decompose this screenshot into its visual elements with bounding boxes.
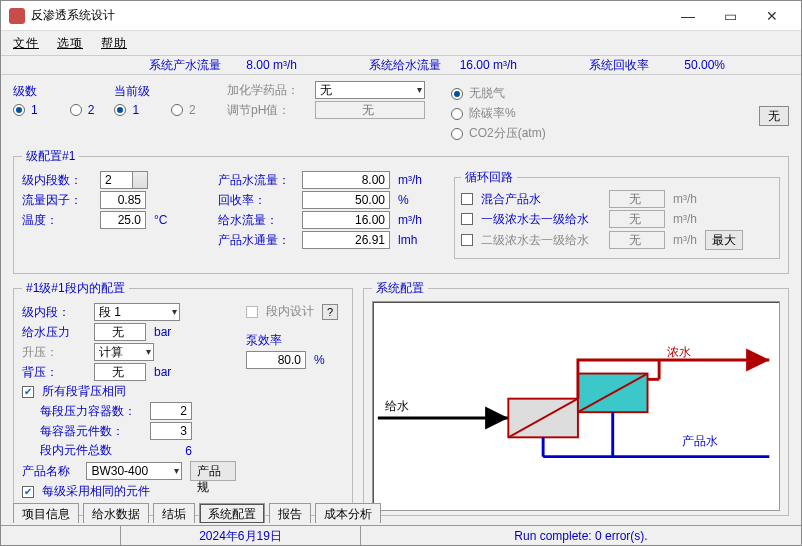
- stages-radio-1[interactable]: [13, 104, 25, 116]
- prod-select[interactable]: BW30-400: [86, 462, 182, 480]
- tab-report[interactable]: 报告: [269, 503, 311, 523]
- temp-label: 温度：: [22, 212, 92, 229]
- c1f-check[interactable]: [461, 213, 473, 225]
- c1f-val: 无: [609, 210, 665, 228]
- system-config-fieldset: 系统配置 给水: [363, 280, 789, 516]
- permflow-label: 产品水流量：: [218, 172, 294, 189]
- boost-label: 升压：: [22, 344, 86, 361]
- inside-design-help[interactable]: ?: [322, 304, 338, 320]
- chem-none-button[interactable]: 无: [759, 106, 789, 126]
- tab-sysconfig[interactable]: 系统配置: [199, 503, 265, 523]
- pump-input[interactable]: 80.0: [246, 351, 306, 369]
- epv-input[interactable]: 3: [150, 422, 192, 440]
- backp-unit: bar: [154, 365, 184, 379]
- status-bar: 2024年6月19日 Run complete: 0 error(s).: [1, 525, 801, 545]
- seg-select[interactable]: 段 1: [94, 303, 180, 321]
- c2f-check[interactable]: [461, 234, 473, 246]
- temp-input[interactable]: 25.0: [100, 211, 146, 229]
- feedflow-unit: m³/h: [398, 213, 428, 227]
- max-button[interactable]: 最大: [705, 230, 743, 250]
- chem-select[interactable]: 无: [315, 81, 425, 99]
- tab-cost[interactable]: 成本分析: [315, 503, 381, 523]
- menubar: 文件 选项 帮助: [1, 31, 801, 55]
- co2p-label: CO2分压(atm): [469, 125, 546, 142]
- c1f-unit: m³/h: [673, 212, 697, 226]
- pv-label: 每段压力容器数：: [22, 403, 142, 420]
- tot-label: 段内元件总数: [22, 442, 142, 459]
- samebp-label: 所有段背压相同: [42, 383, 126, 400]
- radio-co2p[interactable]: [451, 128, 463, 140]
- stat-recovery-label: 系统回收率: [589, 57, 649, 74]
- curr-radio-2[interactable]: [171, 104, 183, 116]
- recovery-input[interactable]: 50.00: [302, 191, 390, 209]
- mix-check[interactable]: [461, 193, 473, 205]
- menu-help[interactable]: 帮助: [101, 35, 127, 52]
- sameel-check[interactable]: ✔: [22, 486, 34, 498]
- backp-input[interactable]: 无: [94, 363, 146, 381]
- tot-val: 6: [150, 444, 192, 458]
- c2f-val: 无: [609, 231, 665, 249]
- minimize-button[interactable]: —: [667, 4, 709, 28]
- radio-co2rm[interactable]: [451, 108, 463, 120]
- co2rm-label: 除碳率%: [469, 105, 516, 122]
- stat-recovery-value: 50.00%: [655, 58, 725, 72]
- menu-options[interactable]: 选项: [57, 35, 83, 52]
- feedflow-label: 给水流量：: [218, 212, 294, 229]
- system-diagram: 给水 浓水: [372, 301, 780, 511]
- samebp-check[interactable]: ✔: [22, 386, 34, 398]
- sameel-label: 每级采用相同的元件: [42, 483, 150, 500]
- status-msg: Run complete: 0 error(s).: [361, 526, 801, 546]
- recycle-fieldset: 循环回路 混合产品水 无 m³/h 一级浓水去一级给水 无 m³/h: [454, 169, 780, 259]
- seg-label: 级内段：: [22, 304, 86, 321]
- radio-nodegas[interactable]: [451, 88, 463, 100]
- inside-design-check[interactable]: [246, 306, 258, 318]
- segment-config-fieldset: #1级#1段内的配置 级内段： 段 1 给水压力 无 bar 升压： 计算 背压…: [13, 280, 353, 516]
- c2f-unit: m³/h: [673, 233, 697, 247]
- feedp-label: 给水压力: [22, 324, 86, 341]
- close-button[interactable]: ✕: [751, 4, 793, 28]
- tab-feeddata[interactable]: 给水数据: [83, 503, 149, 523]
- stage-config-fieldset: 级配置#1 级内段数： 2 流量因子： 0.85 温度： 25.0 °C 产品水…: [13, 148, 789, 274]
- mix-unit: m³/h: [673, 192, 697, 206]
- permflow-input[interactable]: 8.00: [302, 171, 390, 189]
- tab-project[interactable]: 项目信息: [13, 503, 79, 523]
- degas-group: 无脱气 除碳率% CO2分压(atm) 无: [451, 79, 789, 148]
- flux-label: 产品水通量：: [218, 232, 294, 249]
- recycle-legend: 循环回路: [461, 169, 517, 186]
- diagram-conc-label: 浓水: [667, 346, 691, 358]
- pv-input[interactable]: 2: [150, 402, 192, 420]
- mix-label: 混合产品水: [481, 191, 601, 208]
- menu-file[interactable]: 文件: [13, 35, 39, 52]
- boost-select[interactable]: 计算: [94, 343, 154, 361]
- c2f-label: 二级浓水去一级给水: [481, 232, 601, 249]
- stat-feedflow-label: 系统给水流量: [369, 57, 441, 74]
- epv-label: 每容器元件数：: [22, 423, 142, 440]
- temp-unit: °C: [154, 213, 184, 227]
- inner-segs-label: 级内段数：: [22, 172, 92, 189]
- titlebar: 反渗透系统设计 — ▭ ✕: [1, 1, 801, 31]
- flux-input[interactable]: 26.91: [302, 231, 390, 249]
- recovery-unit: %: [398, 193, 428, 207]
- diagram-feed-label: 给水: [385, 400, 409, 412]
- tab-scaling[interactable]: 结垢: [153, 503, 195, 523]
- inside-design-label: 段内设计: [266, 303, 314, 320]
- prod-spec-button[interactable]: 产品规: [190, 461, 236, 481]
- inner-segs-spinner[interactable]: 2: [100, 171, 148, 189]
- curr-radio-1[interactable]: [114, 104, 126, 116]
- curr-opt2: 2: [189, 103, 196, 117]
- flowfactor-input[interactable]: 0.85: [100, 191, 146, 209]
- stat-permflow-value: 8.00 m³/h: [227, 58, 297, 72]
- chem-group: 加化学药品： 无 调节pH值： 无: [227, 79, 437, 148]
- permflow-unit: m³/h: [398, 173, 428, 187]
- maximize-button[interactable]: ▭: [709, 4, 751, 28]
- stage-config-legend: 级配置#1: [22, 148, 79, 165]
- pump-unit: %: [314, 353, 344, 367]
- top-row: 级数 1 2 当前级 1: [13, 79, 789, 148]
- feedflow-input[interactable]: 16.00: [302, 211, 390, 229]
- prod-label: 产品名称: [22, 463, 78, 480]
- stages-radio-2[interactable]: [70, 104, 82, 116]
- diagram-perm-label: 产品水: [682, 434, 718, 447]
- pump-label: 泵效率: [246, 332, 344, 349]
- feedp-input[interactable]: 无: [94, 323, 146, 341]
- flowfactor-label: 流量因子：: [22, 192, 92, 209]
